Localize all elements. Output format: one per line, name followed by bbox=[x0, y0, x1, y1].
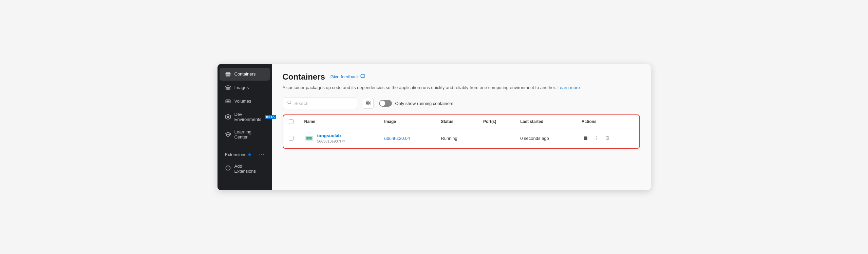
page-title: Containers bbox=[283, 72, 325, 82]
table-row: tongsuolab 5663813e907f ⧉ ubuntu bbox=[283, 128, 639, 148]
feedback-label: Give feedback bbox=[331, 74, 359, 79]
svg-rect-18 bbox=[366, 103, 368, 105]
container-id-cell: 5663813e907f ⧉ bbox=[317, 139, 345, 143]
row-last-started-cell: 0 seconds ago bbox=[515, 128, 576, 148]
grid-icon bbox=[366, 101, 371, 106]
beta-badge: BETA bbox=[265, 115, 276, 119]
learn-more-link[interactable]: Learn more bbox=[558, 85, 580, 90]
row-actions-cell: ⋮ bbox=[576, 128, 639, 148]
containers-icon bbox=[225, 71, 231, 77]
row-ports-cell bbox=[478, 128, 515, 148]
sidebar: Containers Images Volumes bbox=[218, 64, 272, 190]
row-checkbox[interactable] bbox=[289, 136, 294, 141]
svg-point-14 bbox=[287, 101, 290, 104]
svg-rect-1 bbox=[225, 74, 230, 75]
add-extensions-item[interactable]: Add Extensions bbox=[220, 161, 270, 176]
search-icon bbox=[287, 100, 292, 106]
running-toggle-wrapper: Only show running containers bbox=[379, 100, 453, 107]
svg-line-15 bbox=[290, 103, 291, 105]
actions-cell: ⋮ bbox=[582, 134, 634, 142]
row-image-cell: ubuntu:20.04 bbox=[379, 128, 435, 148]
svg-marker-8 bbox=[227, 115, 229, 118]
sidebar-item-dev-environments-label: Dev Environments bbox=[234, 112, 261, 122]
toggle-knob bbox=[380, 101, 385, 106]
running-toggle[interactable] bbox=[379, 100, 392, 107]
sidebar-item-learning-center[interactable]: Learning Center bbox=[220, 126, 270, 143]
table-body: tongsuolab 5663813e907f ⧉ ubuntu bbox=[283, 128, 639, 148]
table-header-row: Name Image Status Port(s) Last started A… bbox=[283, 115, 639, 128]
description-text: A container packages up code and its dep… bbox=[283, 85, 556, 90]
row-name-cell: tongsuolab 5663813e907f ⧉ bbox=[299, 128, 379, 148]
images-icon bbox=[225, 85, 231, 91]
column-ports: Port(s) bbox=[478, 115, 515, 128]
row-checkbox-cell bbox=[283, 128, 299, 148]
more-actions-button[interactable]: ⋮ bbox=[592, 134, 601, 142]
extensions-text: Extensions bbox=[225, 152, 247, 157]
sidebar-item-images-label: Images bbox=[234, 85, 249, 90]
column-name: Name bbox=[299, 115, 379, 128]
column-last-started: Last started bbox=[515, 115, 576, 128]
table-header: Name Image Status Port(s) Last started A… bbox=[283, 115, 639, 128]
content-area: Containers Give feedback A container pac… bbox=[272, 64, 651, 190]
svg-rect-17 bbox=[369, 101, 370, 103]
sidebar-item-volumes[interactable]: Volumes bbox=[220, 95, 270, 108]
page-description: A container packages up code and its dep… bbox=[283, 84, 640, 91]
more-actions-icon: ⋮ bbox=[595, 136, 599, 141]
svg-rect-2 bbox=[226, 72, 230, 73]
toggle-label: Only show running containers bbox=[395, 101, 453, 106]
select-all-checkbox[interactable] bbox=[289, 119, 294, 124]
svg-rect-3 bbox=[226, 75, 230, 76]
extensions-notification-dot bbox=[248, 153, 251, 156]
add-extensions-icon bbox=[225, 165, 231, 172]
sidebar-item-dev-environments[interactable]: Dev Environments BETA bbox=[220, 108, 270, 125]
toolbar: Only show running containers bbox=[283, 98, 640, 109]
learning-center-icon bbox=[225, 131, 231, 137]
search-input[interactable] bbox=[295, 101, 353, 106]
column-image: Image bbox=[379, 115, 435, 128]
row-status-cell: Running bbox=[435, 128, 478, 148]
column-checkbox bbox=[283, 115, 299, 128]
column-actions: Actions bbox=[576, 115, 639, 128]
main-content: Containers Give feedback A container pac… bbox=[272, 64, 651, 190]
svg-rect-6 bbox=[226, 100, 229, 102]
delete-button[interactable] bbox=[603, 134, 611, 142]
containers-table-container: Name Image Status Port(s) Last started A… bbox=[283, 114, 640, 149]
svg-rect-19 bbox=[369, 103, 370, 105]
container-id-text: 5663813e907f bbox=[317, 139, 341, 143]
container-icon bbox=[304, 133, 314, 143]
image-link[interactable]: ubuntu:20.04 bbox=[384, 136, 410, 141]
copy-id-icon[interactable]: ⧉ bbox=[342, 139, 345, 143]
sidebar-divider bbox=[222, 146, 268, 146]
sidebar-item-containers[interactable]: Containers bbox=[220, 68, 270, 81]
give-feedback-link[interactable]: Give feedback bbox=[331, 74, 365, 80]
grid-view-button[interactable] bbox=[363, 98, 374, 109]
sidebar-item-learning-center-label: Learning Center bbox=[234, 129, 264, 140]
sidebar-item-containers-label: Containers bbox=[234, 71, 256, 77]
stop-button[interactable] bbox=[582, 134, 590, 142]
page-header: Containers Give feedback bbox=[283, 72, 640, 82]
stop-icon bbox=[584, 136, 587, 140]
column-status: Status bbox=[435, 115, 478, 128]
sidebar-item-volumes-label: Volumes bbox=[234, 99, 251, 104]
delete-icon bbox=[605, 135, 610, 141]
container-name-link[interactable]: tongsuolab bbox=[317, 133, 345, 138]
extensions-label: Extensions bbox=[225, 152, 251, 157]
dev-environments-icon bbox=[225, 114, 231, 120]
svg-rect-13 bbox=[361, 75, 365, 77]
sidebar-item-images[interactable]: Images bbox=[220, 81, 270, 94]
extensions-section-header: Extensions ⋯ bbox=[220, 149, 270, 160]
container-name-cell: tongsuolab 5663813e907f ⧉ bbox=[304, 133, 374, 143]
svg-rect-0 bbox=[225, 73, 230, 74]
svg-rect-16 bbox=[366, 101, 368, 103]
svg-rect-23 bbox=[308, 138, 310, 138]
learn-more-label: Learn more bbox=[558, 85, 580, 90]
add-extensions-label: Add Extensions bbox=[234, 164, 264, 174]
search-box[interactable] bbox=[283, 98, 357, 109]
volumes-icon bbox=[225, 98, 231, 104]
container-name-info: tongsuolab 5663813e907f ⧉ bbox=[317, 133, 345, 143]
extensions-more-icon[interactable]: ⋯ bbox=[259, 152, 264, 157]
feedback-icon bbox=[360, 74, 365, 80]
containers-table: Name Image Status Port(s) Last started A… bbox=[283, 115, 639, 148]
